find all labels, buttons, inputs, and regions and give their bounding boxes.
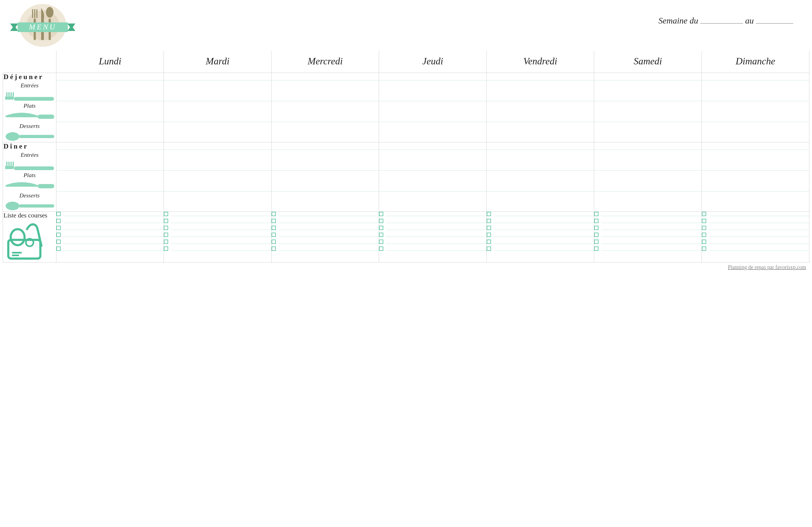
entry-line[interactable] <box>272 142 379 150</box>
shopping-item-row[interactable] <box>272 240 379 244</box>
shopping-item-row[interactable] <box>164 219 271 223</box>
shopping-item-row[interactable] <box>272 226 379 230</box>
checkbox-icon[interactable] <box>56 219 61 223</box>
shopping-item-row[interactable] <box>702 240 809 244</box>
entry-line[interactable] <box>594 163 701 171</box>
checkbox-icon[interactable] <box>272 212 276 216</box>
shopping-line[interactable] <box>171 226 271 230</box>
entry-line[interactable] <box>702 184 809 192</box>
shopping-line[interactable] <box>278 246 379 251</box>
shopping-line[interactable] <box>709 226 809 230</box>
shopping-line[interactable] <box>494 246 594 251</box>
meal-cell[interactable] <box>379 142 487 212</box>
shopping-item-row[interactable] <box>379 219 486 223</box>
checkbox-icon[interactable] <box>56 232 61 237</box>
shopping-line[interactable] <box>601 226 701 230</box>
meal-cell[interactable] <box>379 73 487 142</box>
shopping-line[interactable] <box>63 212 163 216</box>
shopping-line[interactable] <box>601 240 701 244</box>
checkbox-icon[interactable] <box>56 240 61 244</box>
entry-line[interactable] <box>487 142 594 150</box>
entry-line[interactable] <box>272 184 379 192</box>
entry-line[interactable] <box>164 163 271 171</box>
shopping-item-row[interactable] <box>272 219 379 223</box>
checkbox-icon[interactable] <box>272 219 276 223</box>
checkbox-icon[interactable] <box>594 240 598 244</box>
shopping-item-row[interactable] <box>594 246 701 251</box>
checkbox-icon[interactable] <box>164 240 168 244</box>
checkbox-icon[interactable] <box>164 226 168 230</box>
checkbox-icon[interactable] <box>487 240 491 244</box>
shopping-item-row[interactable] <box>487 226 594 230</box>
shopping-cell[interactable] <box>594 212 701 262</box>
checkbox-icon[interactable] <box>164 232 168 237</box>
entry-line[interactable] <box>56 73 163 80</box>
checkbox-icon[interactable] <box>487 219 491 223</box>
meal-cell[interactable] <box>164 142 271 212</box>
checkbox-icon[interactable] <box>272 246 276 251</box>
entry-line[interactable] <box>56 184 163 192</box>
checkbox-icon[interactable] <box>487 226 491 230</box>
checkbox-icon[interactable] <box>164 212 168 216</box>
entry-line[interactable] <box>272 115 379 122</box>
checkbox-icon[interactable] <box>594 219 598 223</box>
shopping-item-row[interactable] <box>164 212 271 216</box>
entry-line[interactable] <box>164 115 271 122</box>
entry-line[interactable] <box>379 142 486 150</box>
shopping-line[interactable] <box>709 240 809 244</box>
shopping-item-row[interactable] <box>594 219 701 223</box>
entry-line[interactable] <box>164 73 271 80</box>
shopping-item-row[interactable] <box>272 246 379 251</box>
checkbox-icon[interactable] <box>702 219 706 223</box>
shopping-cell[interactable] <box>271 212 379 262</box>
shopping-line[interactable] <box>278 232 379 237</box>
shopping-line[interactable] <box>171 212 271 216</box>
checkbox-icon[interactable] <box>702 212 706 216</box>
shopping-item-row[interactable] <box>56 226 163 230</box>
shopping-line[interactable] <box>601 232 701 237</box>
shopping-line[interactable] <box>494 219 594 223</box>
checkbox-icon[interactable] <box>702 226 706 230</box>
entry-line[interactable] <box>56 94 163 101</box>
checkbox-icon[interactable] <box>379 212 383 216</box>
shopping-item-row[interactable] <box>164 246 271 251</box>
checkbox-icon[interactable] <box>164 246 168 251</box>
shopping-item-row[interactable] <box>702 226 809 230</box>
entry-line[interactable] <box>594 73 701 80</box>
shopping-item-row[interactable] <box>272 232 379 237</box>
meal-cell[interactable] <box>594 73 701 142</box>
shopping-line[interactable] <box>278 212 379 216</box>
shopping-line[interactable] <box>494 212 594 216</box>
shopping-item-row[interactable] <box>56 219 163 223</box>
checkbox-icon[interactable] <box>379 232 383 237</box>
shopping-line[interactable] <box>386 232 486 237</box>
entry-line[interactable] <box>702 163 809 171</box>
shopping-line[interactable] <box>601 219 701 223</box>
entry-line[interactable] <box>56 163 163 171</box>
checkbox-icon[interactable] <box>594 246 598 251</box>
shopping-line[interactable] <box>709 212 809 216</box>
shopping-item-row[interactable] <box>487 212 594 216</box>
shopping-item-row[interactable] <box>379 212 486 216</box>
shopping-item-row[interactable] <box>164 232 271 237</box>
shopping-line[interactable] <box>494 232 594 237</box>
checkbox-icon[interactable] <box>272 232 276 237</box>
entry-line[interactable] <box>487 184 594 192</box>
shopping-item-row[interactable] <box>379 232 486 237</box>
checkbox-icon[interactable] <box>594 212 598 216</box>
entry-line[interactable] <box>56 115 163 122</box>
shopping-item-row[interactable] <box>487 246 594 251</box>
entry-line[interactable] <box>379 73 486 80</box>
shopping-item-row[interactable] <box>272 212 379 216</box>
checkbox-icon[interactable] <box>272 226 276 230</box>
checkbox-icon[interactable] <box>594 226 598 230</box>
meal-cell[interactable] <box>701 73 809 142</box>
shopping-line[interactable] <box>601 246 701 251</box>
shopping-line[interactable] <box>278 226 379 230</box>
shopping-line[interactable] <box>171 240 271 244</box>
shopping-line[interactable] <box>494 226 594 230</box>
shopping-item-row[interactable] <box>56 232 163 237</box>
meal-cell[interactable] <box>487 142 594 212</box>
shopping-item-row[interactable] <box>379 226 486 230</box>
shopping-line[interactable] <box>278 240 379 244</box>
